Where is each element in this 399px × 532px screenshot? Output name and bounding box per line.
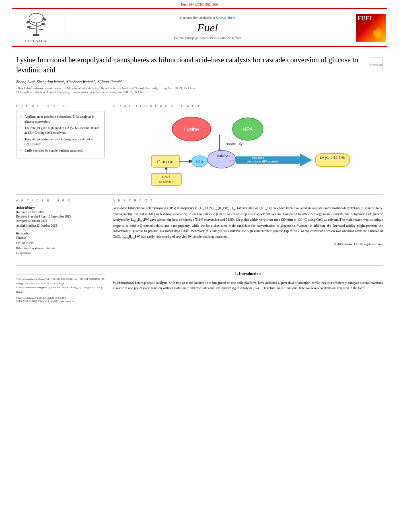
received-date: Received 28 July 2015	[16, 210, 105, 214]
svg-text:assembly: assembly	[226, 142, 243, 146]
fuel-cover-image: FUEL	[351, 12, 387, 43]
keyword-2: Levulinic acid	[16, 241, 105, 246]
journal-ref: Fuel 164 (2016) 262–266	[0, 0, 399, 8]
highlights-heading: H I G H L I G H T S	[16, 104, 105, 108]
introduction-column: 1. Introduction Multifunctional heteroge…	[113, 271, 383, 303]
doi-area: http://dx.doi.org/10.1016/j.fuel.2015.10…	[16, 296, 105, 303]
introduction-text: Multifunctional heterogeneous catalysts,…	[113, 280, 383, 291]
svg-text:NH₃: NH₃	[196, 159, 203, 164]
affil-b: ᵇ Changchun Institute of Applied Chemist…	[16, 90, 383, 95]
highlight-item: Application of acid/base bifunctional HP…	[21, 115, 100, 124]
sciencedirect-link[interactable]: ScienceDirect	[216, 16, 235, 20]
svg-marker-28	[300, 154, 312, 166]
accepted-date: Accepted 5 October 2015	[16, 219, 105, 223]
svg-point-7	[26, 20, 30, 24]
doi-link[interactable]: http://dx.doi.org/10.1016/j.fuel.2015.10…	[16, 296, 105, 300]
crossmark-badge[interactable]: ✓ CrossMark	[369, 57, 383, 71]
corresponding-authors: * Corresponding authors. Tel.: +86 431 8…	[16, 277, 105, 286]
svg-text:acid-base: acid-base	[252, 156, 264, 159]
svg-point-10	[41, 23, 45, 26]
revised-date: Received in revised form 18 September 20…	[16, 214, 105, 219]
svg-text:as solvent: as solvent	[159, 180, 174, 183]
svg-rect-6	[33, 34, 39, 36]
abstract-text: Acid–base bifunctional heteropolyacid (H…	[113, 205, 383, 240]
svg-text:Lysine: Lysine	[184, 126, 199, 132]
svg-point-0	[29, 13, 43, 23]
keyword-4: Dehydration	[16, 251, 105, 256]
affiliations: à Key Lab of Polyoxometalate Science of …	[16, 86, 383, 95]
journal-homepage: journal homepage: www.elsevier.com/locat…	[174, 36, 241, 40]
footnote-area: * Corresponding authors. Tel.: +86 431 8…	[16, 275, 105, 294]
highlight-item: Easily recycled by simple washing treatm…	[21, 148, 100, 153]
graphical-abstract-heading: G R A P H I C A L A B S T R A C T	[113, 104, 383, 108]
issn-line: 0016-2361/© 2015 Elsevier Ltd. All right…	[16, 300, 105, 303]
article-title: Lysine functional heteropolyacid nanosph…	[16, 55, 365, 75]
keyword-3: Bifunctional acid–base catalysts	[16, 246, 105, 251]
copyright-line: © 2015 Elsevier Ltd. All rights reserved…	[113, 242, 383, 246]
highlight-item: The catalyst performed as a heterogeneou…	[21, 137, 100, 147]
abstract-heading: A B S T R A C T	[113, 199, 383, 202]
svg-text:H⁺: H⁺	[230, 159, 234, 163]
elsevier-emblem	[20, 12, 52, 38]
svg-line-3	[36, 25, 42, 27]
journal-center-info: Contents lists available at ScienceDirec…	[64, 12, 351, 43]
email-addresses: E-mail addresses: wangxh65@nenu.edu.cn (…	[16, 286, 105, 294]
svg-text:ChCl: ChCl	[162, 175, 170, 179]
svg-text:bifunctional HPAcatalysts: bifunctional HPAcatalysts	[247, 160, 279, 163]
available-date: Available online 22 October 2015	[16, 224, 105, 228]
authors-section: Zhong Suna, Shengtian Wanga, Xiaohong Wa…	[16, 79, 383, 84]
svg-line-2	[30, 23, 36, 26]
history-title: Article history:	[16, 205, 105, 210]
svg-line-4	[29, 28, 36, 29]
journal-name: Fuel	[197, 21, 218, 34]
svg-text:LA yield 52.6 %: LA yield 52.6 %	[320, 156, 345, 160]
elsevier-wordmark: ELSEVIER	[25, 39, 47, 43]
svg-text:HPA: HPA	[243, 126, 253, 132]
keyword-1: Glucose	[16, 236, 105, 241]
highlights-box: Application of acid/base bifunctional HP…	[16, 111, 105, 158]
elsevier-logo: ELSEVIER	[12, 12, 64, 43]
svg-text:✓: ✓	[370, 64, 371, 65]
highlight-item: The catalyst gave high yield of LA (52.6…	[21, 126, 100, 136]
keywords-title: Keywords:	[16, 231, 105, 236]
article-info-heading: A R T I C L E I N F O	[16, 199, 105, 202]
introduction-heading: 1. Introduction	[113, 271, 383, 277]
article-info-box: Article history: Received 28 July 2015 R…	[16, 205, 105, 257]
keywords-list: Glucose Levulinic acid Bifunctional acid…	[16, 236, 105, 256]
svg-text:catalyst: catalyst	[217, 154, 230, 158]
affil-a: à Key Lab of Polyoxometalate Science of …	[16, 86, 383, 91]
svg-line-5	[36, 29, 43, 30]
graphical-abstract: Lysine HPA assembly	[113, 111, 383, 188]
svg-text:Glucose: Glucose	[157, 159, 173, 164]
